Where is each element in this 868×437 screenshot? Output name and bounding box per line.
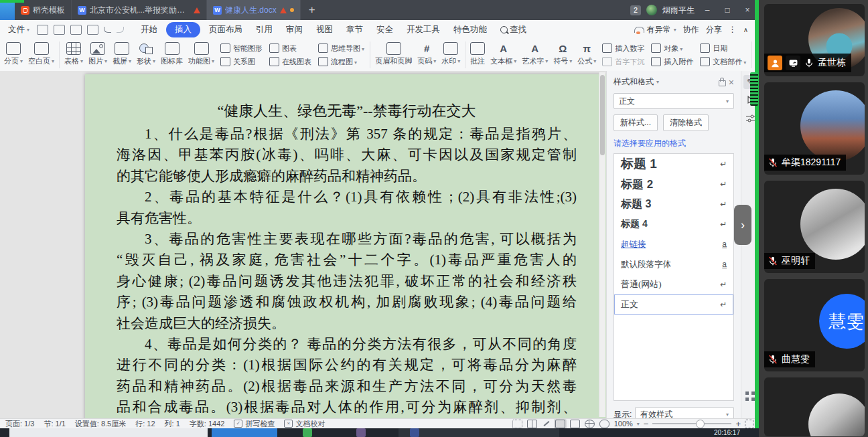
mic-muted-icon[interactable]	[768, 354, 778, 365]
ribbon-small-button[interactable]: 关系图	[220, 57, 263, 67]
document-tab[interactable]: W北京市公安机...举报奖励办法	[72, 0, 207, 20]
ribbon-button[interactable]: A文本框	[488, 39, 519, 71]
ribbon-tab-安全[interactable]: 安全	[370, 22, 400, 37]
clear-format-button[interactable]: 清除格式	[663, 114, 709, 131]
print-preview-icon[interactable]	[87, 25, 98, 35]
ribbon-small-button[interactable]: 智能图形	[220, 43, 263, 54]
more-menu-icon[interactable]: ⋮	[729, 25, 737, 34]
mic-muted-icon[interactable]	[768, 157, 778, 168]
ribbon-small-button[interactable]: 日期	[700, 43, 746, 54]
taskbar-grouped-apps[interactable]	[399, 428, 559, 437]
ribbon-tab-页面布局[interactable]: 页面布局	[202, 22, 249, 37]
print-icon[interactable]	[70, 25, 82, 35]
style-item[interactable]: 标题 1↵	[614, 154, 733, 174]
style-item[interactable]: 超链接a	[614, 234, 733, 254]
style-item[interactable]: 正文↵	[614, 294, 733, 315]
ribbon-button[interactable]: 批注	[467, 39, 488, 71]
ribbon-tab-章节[interactable]: 章节	[340, 22, 370, 37]
document-tab[interactable]: 稻壳模板	[15, 0, 72, 20]
ribbon-tab-引用[interactable]: 引用	[249, 22, 279, 37]
outline-view-icon[interactable]	[570, 420, 580, 428]
apps-grid-icon[interactable]	[745, 391, 755, 401]
status-spellcheck[interactable]: ✓拼写检查	[234, 419, 275, 429]
ribbon-button[interactable]: 截屏	[110, 39, 134, 71]
save-icon[interactable]	[37, 25, 48, 35]
close-button[interactable]: ×	[740, 5, 755, 15]
document-page[interactable]: “健康人生、绿色无毒”--禁毒行动在交大 1、什么是毒品?根据《刑法》第 357…	[85, 74, 606, 418]
new-tab-button[interactable]: +	[301, 0, 323, 20]
document-tab[interactable]: W健康人生.docx	[207, 0, 301, 20]
split-view-icon[interactable]	[527, 420, 537, 428]
profile-button[interactable]	[768, 56, 782, 70]
ribbon-button[interactable]: #页码	[415, 39, 439, 71]
screen-share-button[interactable]	[786, 56, 800, 70]
style-item[interactable]: 默认段落字体a	[614, 254, 733, 274]
document-scrollbar[interactable]	[599, 72, 605, 417]
ribbon-tab-插入[interactable]: 插入	[166, 22, 200, 37]
zoom-slider-knob[interactable]	[696, 420, 705, 428]
collaborate-button[interactable]: 协作	[683, 24, 699, 35]
taskbar-app-icon[interactable]	[356, 428, 366, 437]
pin-panel-icon[interactable]	[719, 80, 726, 86]
close-panel-icon[interactable]: ×	[729, 79, 734, 86]
fit-page-icon[interactable]	[745, 420, 753, 428]
zoom-slider[interactable]	[652, 423, 731, 424]
participant-tile[interactable]: 慧雯曲慧雯	[764, 279, 865, 371]
style-item[interactable]: 普通(网站)↵	[614, 274, 733, 294]
ribbon-small-button[interactable]: 对象	[651, 43, 693, 54]
participant-tile[interactable]	[764, 377, 865, 436]
share-button[interactable]: 分享	[706, 24, 722, 35]
zoom-out-button[interactable]: −	[644, 419, 649, 429]
new-style-button[interactable]: 新样式...	[613, 114, 658, 131]
ribbon-small-button[interactable]: 流程图	[318, 57, 364, 67]
export-icon[interactable]	[54, 25, 65, 35]
ribbon-tab-特色功能[interactable]: 特色功能	[447, 22, 494, 37]
ribbon-button[interactable]: Ω符号	[551, 39, 575, 71]
ribbon-button[interactable]: 形状	[134, 39, 158, 71]
taskbar-active-app[interactable]	[212, 428, 277, 437]
collapse-ribbon-icon[interactable]: ∧	[743, 26, 748, 33]
ribbon-small-button[interactable]: 图表	[269, 43, 311, 54]
ribbon-button[interactable]: 图片	[86, 39, 110, 71]
pen-view-icon[interactable]	[542, 420, 551, 428]
participant-tile[interactable]: 孟世栋	[764, 4, 865, 76]
mic-muted-icon[interactable]	[768, 256, 778, 266]
ribbon-tab-视图[interactable]: 视图	[309, 22, 340, 37]
ribbon-button[interactable]: A艺术字	[519, 39, 551, 71]
ribbon-small-button[interactable]: 思维导图	[318, 43, 364, 54]
wps-home-tab[interactable]	[0, 0, 15, 20]
ribbon-button[interactable]: 空白页	[25, 39, 57, 71]
ribbon-small-button[interactable]: 文档部件	[700, 57, 746, 67]
panel-collapse-handle[interactable]: ›	[734, 205, 751, 245]
user-avatar[interactable]	[646, 5, 657, 15]
ribbon-tab-开发工具[interactable]: 开发工具	[400, 22, 447, 37]
ribbon-tab-审阅[interactable]: 审阅	[279, 22, 309, 37]
ribbon-button[interactable]: 水印	[439, 39, 463, 71]
find-button[interactable]: 查找	[500, 24, 526, 35]
style-item[interactable]: 标题 4↵	[614, 214, 733, 234]
participant-tile[interactable]: 牟渠18291117	[764, 82, 865, 175]
ribbon-small-button[interactable]: 在线图表	[269, 57, 311, 67]
style-item[interactable]: 标题 2↵	[614, 174, 733, 194]
status-proofread[interactable]: ×文档校对	[284, 419, 325, 429]
ribbon-button[interactable]: 图标库	[158, 39, 186, 71]
mic-icon[interactable]	[804, 58, 814, 68]
scrollbar-thumb[interactable]	[600, 75, 605, 155]
panel-menu-caret-icon[interactable]: ▾	[656, 79, 659, 85]
notification-badge[interactable]: 2	[630, 5, 641, 15]
taskbar-search-box[interactable]	[9, 428, 208, 437]
ribbon-tab-开始[interactable]: 开始	[134, 22, 164, 37]
ribbon-button[interactable]: 功能图	[186, 39, 217, 71]
taskbar-app-icon[interactable]	[303, 428, 312, 437]
style-item[interactable]: 标题 3↵	[614, 194, 733, 214]
ribbon-button[interactable]: 分页	[1, 39, 25, 71]
cloud-status-button[interactable]: 有异常▾	[634, 24, 676, 35]
eye-protection-icon[interactable]	[599, 420, 609, 428]
ribbon-small-button[interactable]: 插入附件	[651, 57, 693, 67]
current-style-dropdown[interactable]: 正文▾	[613, 93, 734, 109]
zoom-value[interactable]: 100%	[614, 420, 633, 428]
ribbon-button[interactable]: 表格	[62, 39, 86, 71]
ribbon-button[interactable]: 页眉和页脚	[372, 39, 415, 71]
web-view-icon[interactable]	[585, 420, 595, 428]
maximize-button[interactable]: □	[720, 5, 735, 15]
